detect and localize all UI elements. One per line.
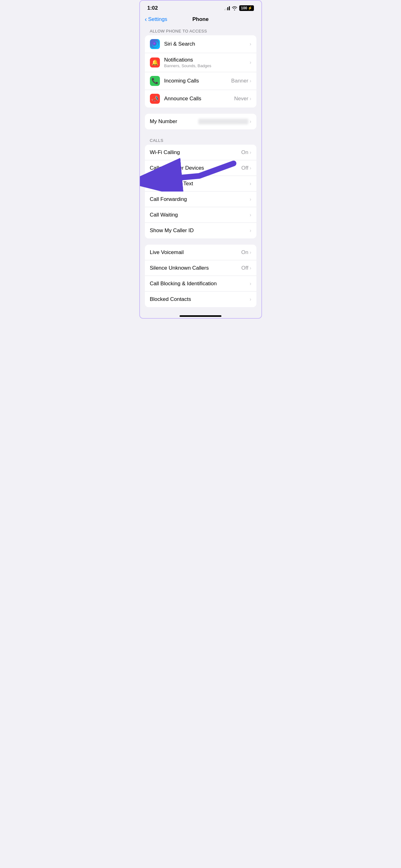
show-caller-id-chevron-icon: › [249,228,251,234]
blocked-contacts-right: › [249,297,251,302]
calls-card-container: Wi-Fi Calling On › Calls on Other Device… [140,145,261,239]
battery-symbol: ⚡ [248,6,252,10]
call-forwarding-chevron-icon: › [249,196,251,202]
call-blocking-chevron-icon: › [249,281,251,286]
silence-unknown-right: Off › [241,265,252,271]
incoming-calls-value: Banner [231,78,248,84]
wifi-calling-item[interactable]: Wi-Fi Calling On › [145,145,257,160]
call-blocking-item[interactable]: Call Blocking & Identification › [145,276,257,291]
call-blocking-content: Call Blocking & Identification [150,281,250,287]
announce-calls-chevron-icon: › [249,96,251,101]
my-number-item[interactable]: My Number › [145,114,257,129]
my-number-title: My Number [150,118,199,125]
respond-text-chevron-icon: › [249,181,251,187]
silence-unknown-title: Silence Unknown Callers [150,265,241,271]
home-bar [179,315,222,317]
silence-unknown-content: Silence Unknown Callers [150,265,241,271]
blocked-contacts-content: Blocked Contacts [150,296,250,303]
my-number-right: › [198,119,251,124]
silence-unknown-item[interactable]: Silence Unknown Callers Off › [145,260,257,276]
silence-unknown-chevron-icon: › [249,265,251,271]
respond-text-right: › [249,181,251,187]
my-number-card: My Number › [145,114,257,129]
blocked-contacts-chevron-icon: › [249,297,251,302]
siri-search-right: › [249,41,251,47]
live-voicemail-item[interactable]: Live Voicemail On › [145,245,257,260]
wifi-calling-content: Wi-Fi Calling [150,149,241,156]
notifications-subtitle: Banners, Sounds, Badges [164,63,250,68]
call-waiting-title: Call Waiting [150,212,250,218]
my-number-blurred [198,119,248,124]
blocked-contacts-title: Blocked Contacts [150,296,250,303]
silence-unknown-value: Off [241,265,248,271]
svg-point-0 [152,41,158,47]
wifi-calling-value: On [241,149,248,156]
call-forwarding-content: Call Forwarding [150,196,250,203]
notifications-title: Notifications [164,57,250,63]
notifications-content: Notifications Banners, Sounds, Badges [164,57,250,68]
battery-level: 100 [241,6,247,10]
status-time: 1:02 [147,5,158,11]
calls-other-devices-item[interactable]: Calls on Other Devices Off › [145,160,257,176]
back-button[interactable]: ‹ Settings [145,16,167,23]
show-caller-id-content: Show My Caller ID [150,227,250,234]
status-icons: 100 ⚡ [224,5,254,11]
live-voicemail-value: On [241,249,248,256]
wifi-calling-chevron-icon: › [249,150,251,155]
live-voicemail-title: Live Voicemail [150,249,241,256]
notifications-chevron-icon: › [249,60,251,65]
allow-phone-header: ALLOW PHONE TO ACCESS [145,26,257,35]
call-forwarding-right: › [249,196,251,202]
incoming-calls-title: Incoming Calls [164,78,231,84]
nav-bar: ‹ Settings Phone [140,14,261,26]
battery-icon: 100 ⚡ [239,5,254,11]
notifications-right: › [249,60,251,65]
announce-calls-item[interactable]: 📣 Announce Calls Never › [145,90,257,107]
calls-section-header-container: CALLS [145,135,257,145]
calls-header: CALLS [145,135,257,145]
wifi-icon [232,6,237,10]
my-number-content: My Number [150,118,199,125]
allow-phone-card: Siri & Search › 🔔 Notifications Banners,… [145,35,257,107]
call-blocking-title: Call Blocking & Identification [150,281,250,287]
call-forwarding-item[interactable]: Call Forwarding › [145,191,257,207]
call-waiting-chevron-icon: › [249,212,251,218]
announce-calls-icon: 📣 [150,94,160,104]
siri-search-content: Siri & Search [164,41,250,47]
calls-other-devices-right: Off › [241,165,252,171]
announce-calls-right: Never › [234,96,252,102]
page-title: Phone [192,16,209,23]
respond-text-item[interactable]: Respond with Text › [145,176,257,191]
respond-text-content: Respond with Text [150,181,250,187]
respond-text-title: Respond with Text [150,181,250,187]
show-caller-id-right: › [249,228,251,234]
siri-search-item[interactable]: Siri & Search › [145,35,257,53]
wifi-calling-title: Wi-Fi Calling [150,149,241,156]
calls-other-devices-title: Calls on Other Devices [150,165,241,171]
blocked-contacts-item[interactable]: Blocked Contacts › [145,291,257,307]
siri-search-chevron-icon: › [249,41,251,47]
live-voicemail-chevron-icon: › [249,250,251,255]
show-caller-id-title: Show My Caller ID [150,227,250,234]
back-label: Settings [148,16,167,23]
announce-calls-content: Announce Calls [164,96,234,102]
live-voicemail-content: Live Voicemail [150,249,241,256]
siri-search-title: Siri & Search [164,41,250,47]
voicemail-card: Live Voicemail On › Silence Unknown Call… [145,245,257,307]
notifications-item[interactable]: 🔔 Notifications Banners, Sounds, Badges … [145,53,257,72]
back-chevron-icon: ‹ [145,16,147,23]
incoming-calls-chevron-icon: › [249,78,251,84]
signal-icon [224,6,230,10]
notifications-icon: 🔔 [150,58,160,67]
call-waiting-content: Call Waiting [150,212,250,218]
incoming-calls-icon: 📞 [150,76,160,86]
call-waiting-right: › [249,212,251,218]
incoming-calls-right: Banner › [231,78,251,84]
phone-frame: 1:02 100 ⚡ ‹ Settings [139,0,262,319]
show-caller-id-item[interactable]: Show My Caller ID › [145,223,257,239]
announce-calls-value: Never [234,96,248,102]
incoming-calls-item[interactable]: 📞 Incoming Calls Banner › [145,72,257,90]
call-waiting-item[interactable]: Call Waiting › [145,207,257,223]
calls-other-devices-chevron-icon: › [249,165,251,171]
status-bar: 1:02 100 ⚡ [140,1,261,14]
